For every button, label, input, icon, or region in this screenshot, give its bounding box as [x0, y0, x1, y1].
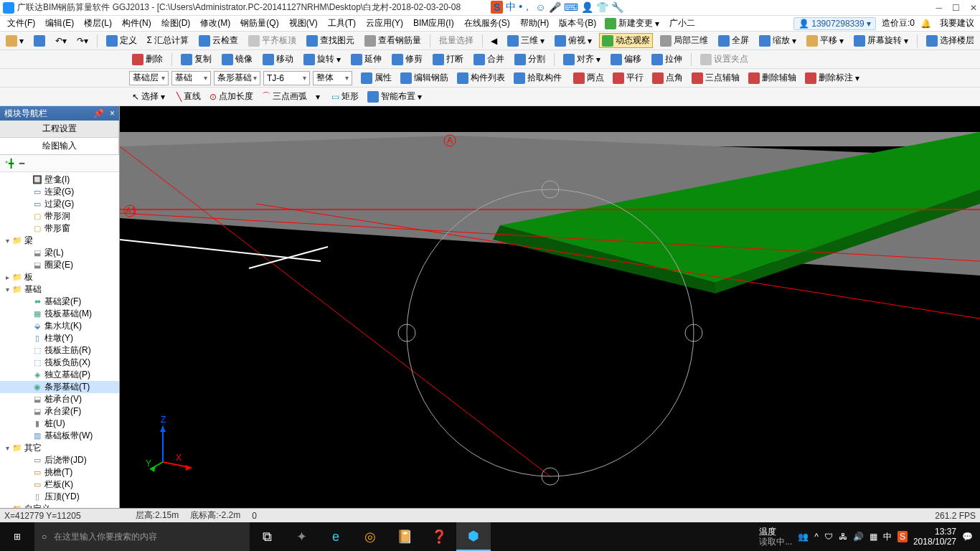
ime-toolbar[interactable]: S 中 •， ☺ 🎤 ⌨ 👤 👕 🔧 — [488, 0, 626, 14]
close-panel-icon[interactable]: × — [110, 108, 115, 118]
tree-item[interactable]: ▥基础板带(W) — [0, 430, 119, 442]
menu-bim[interactable]: BIM应用(I) — [409, 16, 458, 31]
menu-component[interactable]: 构件(N) — [118, 16, 156, 31]
tree-item[interactable]: ⬚筏板负筋(X) — [0, 357, 119, 369]
threeptaux-button[interactable]: 三点辅轴 — [689, 70, 743, 85]
app-icon-1[interactable]: ✦ — [284, 522, 319, 551]
tree-item[interactable]: ▢带形洞 — [0, 210, 119, 222]
tree-item[interactable]: ▭连梁(G) — [0, 186, 119, 198]
zoom-button[interactable]: 缩放▾ — [756, 33, 799, 48]
ime-skin[interactable]: 👕 — [596, 1, 608, 13]
app-icon-2[interactable]: ◎ — [353, 522, 387, 551]
app-icon-ggj[interactable]: ⬢ — [456, 522, 491, 551]
menu-view[interactable]: 视图(V) — [285, 16, 322, 31]
tray-net-icon[interactable]: 🖧 — [839, 532, 847, 542]
rotate-button[interactable]: 旋转▾ — [301, 52, 344, 67]
minimize-button[interactable]: ─ — [936, 3, 942, 13]
ime-punct[interactable]: •， — [519, 1, 532, 14]
tree-item[interactable]: ▭栏板(K) — [0, 479, 119, 491]
find-graph-button[interactable]: 查找图元 — [303, 33, 357, 48]
stretch-button[interactable]: 拉伸 — [649, 52, 685, 67]
fullscreen-button[interactable]: 全屏 — [715, 33, 752, 48]
ime-keyboard[interactable]: ⌨ — [564, 1, 578, 13]
tree-item[interactable]: ▢带形窗 — [0, 222, 119, 235]
screen-rotate-button[interactable]: 屏幕旋转▾ — [851, 33, 911, 48]
ime-emoji[interactable]: ☺ — [535, 1, 545, 13]
align-button[interactable]: 对齐▾ — [560, 52, 603, 67]
app-icon-4[interactable]: ❓ — [422, 522, 456, 551]
edge-icon[interactable]: e — [319, 522, 353, 551]
collapse-all-icon[interactable]: ━ — [19, 159, 24, 169]
sum-calc-button[interactable]: Σ 汇总计算 — [144, 33, 192, 48]
tree-item[interactable]: ▯柱墩(Y) — [0, 332, 119, 344]
tree-item[interactable]: ⬓桩承台(V) — [0, 393, 119, 405]
menu-file[interactable]: 文件(F) — [3, 16, 39, 31]
menu-help[interactable]: 帮助(H) — [516, 16, 554, 31]
dropdown-floor[interactable]: 基础层 — [129, 71, 169, 85]
copy-button[interactable]: 复制 — [178, 52, 215, 67]
parallel-button[interactable]: 平行 — [610, 70, 646, 85]
tree-item[interactable]: ▮桩(U) — [0, 418, 119, 430]
tree-item[interactable]: ◉条形基础(T) — [0, 381, 119, 393]
notification-icon[interactable]: 💬 — [962, 532, 973, 542]
menu-tools[interactable]: 工具(T) — [324, 16, 360, 31]
tree-item[interactable]: ⬌基础梁(F) — [0, 296, 119, 308]
define-button[interactable]: 定义 — [103, 33, 140, 48]
smart-tool[interactable]: 智能布置▾ — [364, 89, 425, 104]
menu-draw[interactable]: 绘图(D) — [157, 16, 195, 31]
local3d-button[interactable]: 局部三维 — [657, 33, 711, 48]
bell-icon[interactable]: 🔔 — [920, 19, 931, 29]
delmark-button[interactable]: 删除标注▾ — [802, 70, 862, 85]
tree-item[interactable]: ⬓圈梁(E) — [0, 259, 119, 271]
tree-folder[interactable]: ▾📁梁 — [0, 235, 119, 247]
app-icon-3[interactable]: 📔 — [387, 522, 422, 551]
3d-viewport[interactable]: A1 A Z Y X — [120, 106, 980, 545]
tree-item[interactable]: ⬓梁(L) — [0, 247, 119, 259]
menu-online[interactable]: 在线服务(S) — [460, 16, 514, 31]
arc3pt-tool[interactable]: ⌒ 三点画弧 — [259, 89, 310, 104]
component-tree[interactable]: 🔲壁龛(I)▭连梁(G)▭过梁(G)▢带形洞▢带形窗▾📁梁⬓梁(L)⬓圈梁(E)… — [0, 172, 119, 510]
anglepoint-button[interactable]: 点角 — [649, 70, 686, 85]
break-button[interactable]: 打断 — [430, 52, 466, 67]
tab-project-settings[interactable]: 工程设置 — [0, 121, 119, 137]
maximize-button[interactable]: ☐ — [952, 3, 960, 13]
menu-cloud[interactable]: 云应用(Y) — [362, 16, 407, 31]
extend-button[interactable]: 延伸 — [348, 52, 385, 67]
trim-button[interactable]: 修剪 — [389, 52, 425, 67]
dropdown-scope[interactable]: 整体 — [313, 71, 352, 85]
edit-steel-button[interactable]: 编辑钢筋 — [397, 70, 451, 85]
new-change-button[interactable]: 新建变更 ▾ — [602, 16, 662, 31]
tree-item[interactable]: ⬓承台梁(F) — [0, 405, 119, 418]
taskview-icon[interactable]: ⧉ — [250, 522, 284, 551]
line-tool[interactable]: ╲ 直线 — [174, 89, 204, 104]
redo-button[interactable]: ↷▾ — [74, 34, 91, 47]
dropdown-type[interactable]: 条形基础 — [214, 71, 260, 85]
tree-folder[interactable]: ▾📁其它 — [0, 442, 119, 454]
toggle-btn[interactable]: ▾ — [313, 90, 323, 103]
tree-item[interactable]: ▭挑檐(T) — [0, 466, 119, 479]
sogou-icon[interactable]: S — [491, 1, 503, 14]
menu-modify[interactable]: 修改(M) — [196, 16, 235, 31]
delete-button[interactable]: 删除 — [129, 52, 166, 67]
tree-item[interactable]: ▯压顶(YD) — [0, 491, 119, 503]
tree-folder[interactable]: ▾📁基础 — [0, 283, 119, 296]
tree-folder[interactable]: ▸📁板 — [0, 271, 119, 283]
addlen-tool[interactable]: ⊙ 点加长度 — [207, 89, 256, 104]
user-phone[interactable]: 👤 13907298339 ▾ — [793, 17, 876, 30]
cloud-check-button[interactable]: 云检查 — [196, 33, 241, 48]
component-list-button[interactable]: 构件列表 — [454, 70, 508, 85]
tray-people-icon[interactable]: 👥 — [798, 532, 809, 542]
batch-select-button[interactable]: 批量选择 — [436, 33, 476, 48]
undo-button[interactable]: ↶▾ — [52, 34, 70, 47]
pan-button[interactable]: 平移▾ — [804, 33, 847, 48]
merge-button[interactable]: 合并 — [471, 52, 507, 67]
dropdown-category[interactable]: 基础 — [171, 71, 211, 85]
rect-tool[interactable]: ▭ 矩形 — [329, 89, 362, 104]
taskbar-search[interactable]: ○ 在这里输入你要搜索的内容 — [34, 522, 250, 551]
expand-all-icon[interactable]: ⁺╋ — [4, 159, 14, 169]
mirror-button[interactable]: 镜像 — [219, 52, 255, 67]
pin-icon[interactable]: 📌 — [93, 108, 104, 118]
tab-draw-input[interactable]: 绘图输入 — [0, 138, 119, 154]
tree-item[interactable]: ▭过梁(G) — [0, 198, 119, 210]
ime-lang[interactable]: 中 — [506, 1, 516, 14]
